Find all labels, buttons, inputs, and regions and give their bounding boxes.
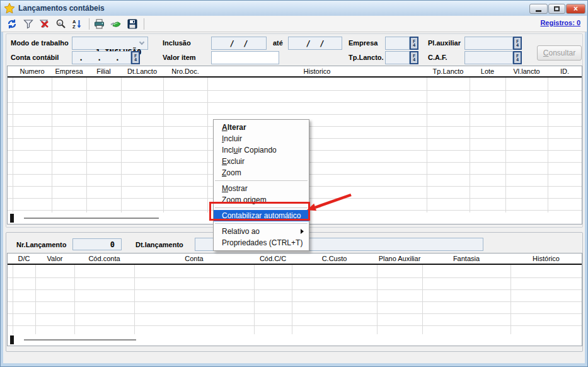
date-from-input[interactable]: / /	[211, 37, 267, 50]
column-header-ccusto[interactable]: C.Custo	[292, 253, 377, 264]
scrollbar-track[interactable]	[24, 218, 159, 219]
pl-auxiliar-f4-button[interactable]: F4	[513, 37, 522, 50]
refresh-icon[interactable]	[6, 18, 18, 30]
conta-contabil-label: Conta contábil	[11, 54, 59, 61]
menu-separator	[215, 180, 308, 181]
column-header-valor[interactable]: Valor	[35, 253, 74, 264]
nr-lancamento-input[interactable]: 0	[72, 238, 122, 250]
close-icon: ×	[574, 5, 578, 13]
column-header-historico[interactable]: Histórico	[510, 253, 582, 264]
grid-line	[377, 253, 378, 334]
column-header-planoauxiliar[interactable]: Plano Auxiliar	[377, 253, 422, 264]
menu-item-contabilizar-automatico[interactable]: Contabilizar automático	[214, 210, 309, 221]
filter-icon[interactable]	[22, 18, 34, 30]
send-icon[interactable]	[110, 18, 122, 30]
registros-link[interactable]: Registros: 0	[540, 19, 580, 26]
maximize-button[interactable]	[548, 4, 565, 14]
f4-label: 4	[413, 58, 415, 62]
grid-line	[548, 66, 548, 213]
detail-grid[interactable]: D/C Valor Cód.conta Conta Cód.C/C C.Cust…	[7, 253, 582, 346]
valor-item-input[interactable]	[211, 51, 279, 64]
clear-filter-icon[interactable]	[38, 18, 50, 30]
grid-line	[35, 253, 36, 334]
column-header-codcc[interactable]: Cód.C/C	[254, 253, 292, 264]
window-frame	[585, 16, 587, 366]
empresa-f4-button[interactable]: F4	[410, 37, 418, 50]
maximize-icon	[554, 6, 560, 11]
empresa-input[interactable]	[385, 37, 410, 50]
scrollbar-track[interactable]	[24, 339, 136, 341]
toolbar-separator	[89, 18, 89, 30]
column-header-tplancto[interactable]: Tp.Lancto	[427, 66, 470, 76]
menu-item-incluir[interactable]: Incluir	[214, 133, 309, 144]
find-icon[interactable]: n	[55, 18, 67, 30]
row-selector-header	[8, 253, 13, 264]
minimize-button[interactable]	[529, 4, 548, 14]
detail-grid-hscrollbar[interactable]	[8, 334, 582, 346]
grid-line	[13, 253, 13, 334]
save-icon[interactable]	[126, 18, 138, 30]
grid-line	[134, 253, 135, 334]
column-header-nrodoc[interactable]: Nro.Doc.	[163, 66, 207, 76]
grid-line	[254, 253, 255, 334]
toolbar-separator	[144, 18, 144, 30]
pl-auxiliar-input[interactable]	[464, 37, 513, 50]
conta-contabil-input[interactable]: . . . .	[72, 51, 131, 64]
menu-item-incluir-copiando[interactable]: Incluir Copiando	[214, 144, 309, 156]
close-button[interactable]: ×	[566, 4, 585, 14]
column-header-lote[interactable]: Lote	[470, 66, 505, 76]
scrollbar-thumb[interactable]	[10, 335, 14, 344]
menu-item-zoom[interactable]: Zoom	[214, 167, 309, 178]
row-selector-header	[8, 66, 13, 76]
detail-grid-body[interactable]	[8, 266, 582, 334]
grid-line	[207, 66, 208, 213]
caf-input[interactable]	[464, 51, 513, 64]
column-header-numero[interactable]: Numero	[13, 66, 52, 76]
title-bar[interactable]: Lançamentos contábeis	[1, 1, 587, 16]
conta-contabil-f4-button[interactable]: F4	[131, 51, 140, 64]
window-frame	[1, 16, 3, 366]
print-icon[interactable]	[93, 18, 105, 30]
menu-separator	[215, 207, 308, 208]
menu-item-alterar[interactable]: Alterar	[214, 122, 309, 133]
ate-label: até	[273, 39, 283, 47]
tp-lancto-input[interactable]	[385, 51, 410, 64]
detail-grid-header: D/C Valor Cód.conta Conta Cód.C/C C.Cust…	[8, 253, 582, 265]
column-header-conta[interactable]: Conta	[134, 253, 254, 264]
column-header-codconta[interactable]: Cód.conta	[74, 253, 134, 264]
menu-item-propriedades[interactable]: Propriedades (CTRL+T)	[214, 237, 309, 248]
window-frame	[1, 363, 587, 366]
svg-text:Z: Z	[72, 24, 76, 29]
menu-item-excluir[interactable]: Excluir	[214, 156, 309, 167]
grid-line	[292, 253, 292, 334]
app-window: Lançamentos contábeis × n A	[0, 0, 588, 367]
menu-item-relativo-ao[interactable]: Relativo ao	[214, 226, 309, 237]
grid-line	[13, 66, 13, 213]
column-header-filial[interactable]: Filial	[86, 66, 121, 76]
column-header-dtlancto[interactable]: Dt.Lancto	[121, 66, 163, 76]
consultar-button[interactable]: Consultar	[537, 45, 582, 61]
f4-label: 4	[516, 58, 519, 62]
grid-line	[52, 66, 52, 213]
column-header-id[interactable]: ID.	[548, 66, 582, 76]
scrollbar-thumb[interactable]	[10, 214, 14, 223]
grid-line	[86, 66, 87, 213]
dt-lancamento-label: Dt.lançamento	[135, 241, 183, 248]
f4-label: 4	[516, 44, 519, 47]
grid-line	[505, 66, 506, 213]
empresa-label: Empresa	[349, 39, 378, 47]
grid-line	[427, 66, 427, 213]
caf-f4-button[interactable]: F4	[513, 51, 522, 64]
tp-lancto-label: Tp.Lancto.	[349, 54, 384, 61]
sort-az-icon[interactable]: A Z	[71, 18, 83, 30]
date-to-input[interactable]: / /	[288, 37, 342, 50]
column-header-historico[interactable]: Historico	[207, 66, 427, 76]
window-title: Lançamentos contábeis	[18, 4, 105, 13]
column-header-vllancto[interactable]: Vl.lancto	[505, 66, 548, 76]
menu-item-zoom-origem[interactable]: Zoom origem	[214, 194, 309, 206]
menu-item-mostrar[interactable]: Mostrar	[214, 183, 309, 194]
modo-trabalho-select[interactable]: 1-INCLUSÃO	[72, 37, 148, 50]
column-header-fantasia[interactable]: Fantasia	[422, 253, 510, 264]
column-header-dc[interactable]: D/C	[13, 253, 35, 264]
tp-lancto-f4-button[interactable]: F4	[410, 51, 418, 64]
